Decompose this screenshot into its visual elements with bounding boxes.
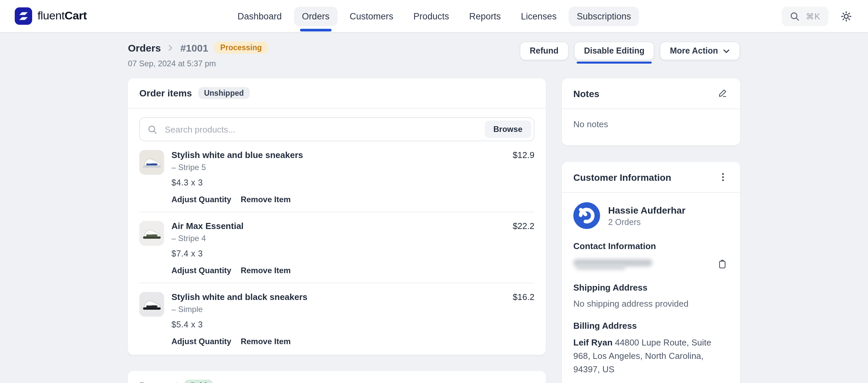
- search-icon: [789, 11, 800, 21]
- customer-info-header: Customer Information: [562, 162, 740, 193]
- order-item-details: Stylish white and blue sneakers – Stripe…: [172, 150, 505, 204]
- payment-title: Payment: [139, 380, 179, 383]
- order-items-header: Order items Unshipped: [128, 78, 546, 108]
- edit-notes-button[interactable]: [716, 87, 729, 100]
- customer-info-body: Hassie Aufderhar 2 Orders Contact Inform…: [562, 193, 740, 383]
- customer-info-title: Customer Information: [573, 172, 671, 183]
- topbar-right-controls: ⌘K: [782, 6, 853, 26]
- right-column: Notes No notes: [562, 78, 740, 383]
- line-total: $22.2: [513, 221, 534, 275]
- top-navbar: fluentCart Dashboard Orders Customers Pr…: [0, 0, 868, 32]
- browse-products-button[interactable]: Browse: [485, 121, 531, 138]
- nav-item-customers[interactable]: Customers: [342, 6, 402, 26]
- main-nav: Dashboard Orders Customers Products Repo…: [229, 0, 639, 32]
- notes-title: Notes: [573, 88, 599, 99]
- pencil-icon: [717, 88, 727, 98]
- contact-email-row: [573, 258, 729, 270]
- left-column: Order items Unshipped Browse: [128, 78, 546, 383]
- customer-name[interactable]: Hassie Aufderhar: [608, 204, 685, 215]
- disable-editing-button[interactable]: Disable Editing: [574, 41, 655, 60]
- remove-item-link[interactable]: Remove Item: [241, 266, 291, 275]
- global-search-button[interactable]: ⌘K: [782, 6, 829, 26]
- breadcrumb-orders-link[interactable]: Orders: [128, 42, 161, 53]
- order-item-row: Air Max Essential – Stripe 4 $7.4 x 3 Ad…: [139, 212, 534, 283]
- payment-status-badge: Paid: [185, 380, 213, 383]
- redacted-email: [573, 258, 654, 270]
- search-icon: [147, 124, 157, 134]
- payment-header: Payment Paid: [128, 371, 546, 383]
- kebab-menu-icon: [719, 172, 727, 182]
- order-item-details: Stylish white and black sneakers – Simpl…: [172, 292, 505, 346]
- order-item-row: Stylish white and black sneakers – Simpl…: [139, 283, 534, 354]
- brand-name-bold: Cart: [65, 9, 87, 22]
- customer-orders-count: 2 Orders: [608, 217, 685, 227]
- chevron-right-icon: [167, 44, 174, 51]
- billing-address-title: Billing Address: [573, 321, 729, 331]
- nav-item-licenses[interactable]: Licenses: [513, 6, 565, 26]
- order-actions: Refund Disable Editing More Action: [520, 41, 740, 60]
- customer-menu-button[interactable]: [717, 171, 729, 184]
- customer-info-card: Customer Information: [562, 162, 740, 383]
- unit-price-quantity: $5.4 x 3: [172, 320, 505, 329]
- item-actions: Adjust Quantity Remove Item: [172, 337, 505, 346]
- customer-name-block: Hassie Aufderhar 2 Orders: [608, 204, 685, 227]
- product-variation: – Stripe 5: [172, 163, 505, 172]
- product-thumbnail: [139, 292, 164, 317]
- billing-address: Leif Ryan 44800 Lupe Route, Suite 968, L…: [573, 336, 729, 377]
- product-name: Air Max Essential: [172, 221, 505, 231]
- nav-item-subscriptions[interactable]: Subscriptions: [569, 6, 639, 26]
- product-thumbnail: [139, 221, 164, 246]
- brand-name: fluentCart: [37, 9, 87, 23]
- order-item-details: Air Max Essential – Stripe 4 $7.4 x 3 Ad…: [172, 221, 505, 275]
- sun-icon: [841, 10, 852, 22]
- contact-information-title: Contact Information: [573, 241, 729, 251]
- notes-empty-text: No notes: [562, 109, 740, 145]
- clipboard-icon: [717, 259, 727, 269]
- theme-toggle-button[interactable]: [839, 9, 853, 23]
- billing-name: Leif Ryan: [573, 338, 613, 348]
- line-total: $12.9: [513, 150, 534, 204]
- order-item-row: Stylish white and blue sneakers – Stripe…: [139, 141, 534, 212]
- nav-item-products[interactable]: Products: [405, 6, 457, 26]
- order-heading-block: Orders #1001 Processing 07 Sep, 2024 at …: [128, 41, 268, 68]
- more-action-label: More Action: [670, 46, 718, 56]
- more-action-button[interactable]: More Action: [660, 41, 740, 60]
- unit-price-quantity: $7.4 x 3: [172, 249, 505, 258]
- copy-email-button[interactable]: [716, 258, 729, 270]
- search-shortcut-label: ⌘K: [806, 11, 820, 21]
- nav-item-orders[interactable]: Orders: [294, 6, 338, 26]
- payment-card: Payment Paid: [128, 371, 546, 383]
- page-content: Orders #1001 Processing 07 Sep, 2024 at …: [128, 32, 740, 383]
- notes-header: Notes: [562, 78, 740, 109]
- shipping-address-title: Shipping Address: [573, 283, 729, 293]
- customer-summary: Hassie Aufderhar 2 Orders: [573, 202, 729, 229]
- product-search-input[interactable]: [163, 124, 478, 135]
- refund-button[interactable]: Refund: [520, 41, 569, 60]
- notes-card: Notes No notes: [562, 78, 740, 145]
- product-thumbnail: [139, 150, 164, 175]
- breadcrumb: Orders #1001 Processing: [128, 41, 268, 54]
- shipping-address-empty: No shipping address provided: [573, 299, 729, 309]
- product-search-bar: Browse: [139, 117, 534, 141]
- content-columns: Order items Unshipped Browse: [128, 78, 740, 383]
- avatar: [573, 202, 600, 229]
- line-total: $16.2: [513, 292, 534, 346]
- order-items-body: Browse: [128, 108, 546, 355]
- adjust-quantity-link[interactable]: Adjust Quantity: [172, 195, 231, 204]
- order-detail-page: fluentCart Dashboard Orders Customers Pr…: [0, 0, 868, 383]
- nav-item-reports[interactable]: Reports: [461, 6, 509, 26]
- product-variation: – Simple: [172, 305, 505, 314]
- remove-item-link[interactable]: Remove Item: [241, 337, 291, 346]
- item-actions: Adjust Quantity Remove Item: [172, 266, 505, 275]
- order-date: 07 Sep, 2024 at 5:37 pm: [128, 59, 268, 68]
- unit-price-quantity: $4.3 x 3: [172, 178, 505, 188]
- item-actions: Adjust Quantity Remove Item: [172, 195, 505, 204]
- order-number: #1001: [180, 42, 208, 53]
- shipping-status-badge: Unshipped: [198, 87, 250, 99]
- adjust-quantity-link[interactable]: Adjust Quantity: [172, 266, 231, 275]
- brand-logo[interactable]: fluentCart: [15, 7, 87, 25]
- adjust-quantity-link[interactable]: Adjust Quantity: [172, 337, 231, 346]
- product-name: Stylish white and blue sneakers: [172, 150, 505, 160]
- nav-item-dashboard[interactable]: Dashboard: [229, 6, 290, 26]
- remove-item-link[interactable]: Remove Item: [241, 195, 291, 204]
